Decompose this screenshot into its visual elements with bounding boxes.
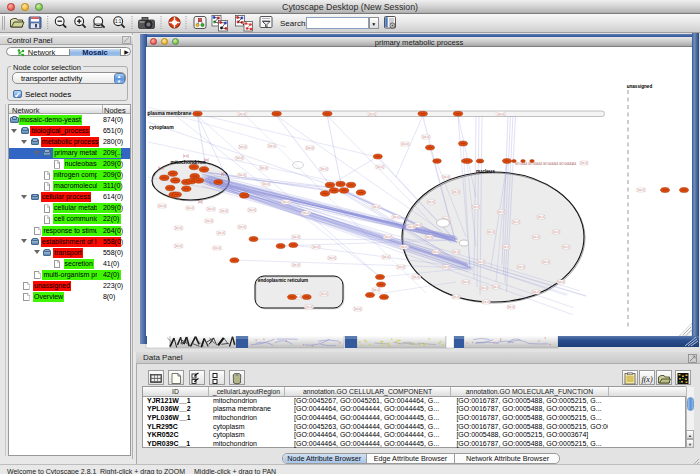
svg-text:[xx-x]: [xx-x] bbox=[532, 290, 539, 294]
svg-text:[xx-x]: [xx-x] bbox=[282, 200, 289, 204]
svg-text:[xx-x]: [xx-x] bbox=[239, 145, 246, 149]
svg-text:[xx-x]: [xx-x] bbox=[384, 235, 391, 239]
svg-text:[xx-x]: [xx-x] bbox=[497, 210, 504, 214]
svg-text:[xx-x]: [xx-x] bbox=[238, 173, 245, 177]
svg-text:[x-x]: [x-x] bbox=[183, 154, 189, 158]
svg-text:[xx-x]: [xx-x] bbox=[260, 166, 267, 170]
svg-text:[xx-x]: [xx-x] bbox=[392, 215, 399, 219]
svg-text:[xx-x]: [xx-x] bbox=[213, 246, 220, 250]
svg-text:[xx-x]: [xx-x] bbox=[382, 255, 389, 259]
svg-text:[xx-x]: [xx-x] bbox=[158, 204, 165, 208]
svg-text:[xx-x]: [xx-x] bbox=[502, 245, 509, 249]
svg-text:[xx-x]: [xx-x] bbox=[328, 256, 335, 260]
svg-text:[xx-x]: [xx-x] bbox=[400, 245, 407, 249]
svg-text:[xx-x]: [xx-x] bbox=[220, 209, 227, 213]
svg-text:[xx-x]: [xx-x] bbox=[512, 220, 519, 224]
svg-text:[xx-x]: [xx-x] bbox=[372, 288, 379, 292]
svg-text:[xx-x]: [xx-x] bbox=[414, 223, 421, 227]
svg-text:[xx-x]: [xx-x] bbox=[292, 263, 299, 267]
svg-text:[xx-x]: [xx-x] bbox=[292, 235, 299, 239]
svg-text:[xx-x]: [xx-x] bbox=[442, 265, 449, 269]
svg-text:[xx-x]: [xx-x] bbox=[507, 305, 514, 309]
svg-text:[xx-x]: [xx-x] bbox=[268, 144, 275, 148]
svg-text:unassigned: unassigned bbox=[626, 84, 652, 89]
svg-text:[xx-x]: [xx-x] bbox=[452, 295, 459, 299]
svg-text:[xx-x]: [xx-x] bbox=[472, 205, 479, 209]
svg-text:[xx-x]: [xx-x] bbox=[320, 167, 327, 171]
svg-text:[xx]: [xx] bbox=[198, 200, 203, 204]
svg-text:[xx-x]: [xx-x] bbox=[562, 245, 569, 249]
svg-text:[xx-x]: [xx-x] bbox=[235, 156, 242, 160]
svg-text:[xx-x]: [xx-x] bbox=[401, 142, 408, 146]
svg-text:[xx-x]: [xx-x] bbox=[248, 208, 255, 212]
svg-text:[xx-x]: [xx-x] bbox=[442, 175, 449, 179]
svg-text:[xx-x]: [xx-x] bbox=[207, 207, 214, 211]
svg-text:[xx-x]: [xx-x] bbox=[174, 226, 181, 230]
svg-text:[xx-x]: [xx-x] bbox=[312, 245, 319, 249]
svg-text:nucleus: nucleus bbox=[476, 168, 495, 174]
svg-text:[xx-x]: [xx-x] bbox=[262, 182, 269, 186]
svg-text:[xx-x]: [xx-x] bbox=[532, 235, 539, 239]
svg-text:[xx-x]: [xx-x] bbox=[637, 188, 644, 192]
svg-text:[x-x]: [x-x] bbox=[158, 166, 164, 170]
svg-text:[xx-x]: [xx-x] bbox=[480, 286, 487, 290]
svg-text:[xx-x]: [xx-x] bbox=[487, 230, 494, 234]
svg-text:[xx-x]: [xx-x] bbox=[372, 205, 379, 209]
svg-text:cytoplasm: cytoplasm bbox=[149, 124, 174, 130]
svg-text:[xx-x]: [xx-x] bbox=[368, 112, 375, 116]
svg-text:[xx-x]: [xx-x] bbox=[542, 260, 549, 264]
svg-text:[xx-x]: [xx-x] bbox=[174, 244, 181, 248]
svg-text:[xx-x]: [xx-x] bbox=[422, 135, 429, 139]
svg-text:[xx-x]: [xx-x] bbox=[552, 230, 559, 234]
svg-text:endoplasmic reticulum: endoplasmic reticulum bbox=[258, 278, 308, 283]
svg-text:[xx-x]: [xx-x] bbox=[205, 219, 212, 223]
svg-text:[xx-x]: [xx-x] bbox=[517, 265, 524, 269]
svg-text:[xx-x]: [xx-x] bbox=[482, 300, 489, 304]
svg-text:[xx-x]: [xx-x] bbox=[306, 146, 313, 150]
svg-text:[xx-x]: [xx-x] bbox=[462, 280, 469, 284]
svg-text:[xx-x]: [xx-x] bbox=[452, 190, 459, 194]
svg-text:[xx-x]: [xx-x] bbox=[217, 231, 224, 235]
svg-text:1:1: 1:1 bbox=[115, 19, 122, 24]
svg-text:[xx-x]: [xx-x] bbox=[397, 265, 404, 269]
svg-text:plasma membrane: plasma membrane bbox=[147, 110, 191, 116]
svg-text:[xx-x]: [xx-x] bbox=[477, 260, 484, 264]
svg-text:[xx-x]: [xx-x] bbox=[238, 112, 245, 116]
svg-text:[xx-x]: [xx-x] bbox=[492, 285, 499, 289]
svg-text:[xx-x]: [xx-x] bbox=[497, 112, 504, 116]
svg-text:[xx-x]: [xx-x] bbox=[320, 292, 327, 296]
svg-text:f(x): f(x) bbox=[641, 375, 652, 384]
svg-text:[xx-x]: [xx-x] bbox=[427, 200, 434, 204]
svg-text:[xx-x]: [xx-x] bbox=[376, 165, 383, 169]
svg-text:[xx-x]: [xx-x] bbox=[452, 250, 459, 254]
svg-text:[xx-x]: [xx-x] bbox=[186, 206, 193, 210]
svg-text:[xx-x]: [xx-x] bbox=[305, 305, 312, 309]
svg-text:[xx-x]: [xx-x] bbox=[580, 161, 587, 165]
svg-text:mitochondrion: mitochondrion bbox=[170, 159, 205, 165]
svg-text:[xx-x]: [xx-x] bbox=[557, 280, 564, 284]
svg-text:[xx-x]: [xx-x] bbox=[302, 211, 309, 215]
svg-text:[xx-x]: [xx-x] bbox=[412, 275, 419, 279]
svg-text:[xx-x]: [xx-x] bbox=[537, 215, 544, 219]
svg-text:[xx-x]: [xx-x] bbox=[425, 235, 432, 239]
svg-text:[xx-x]: [xx-x] bbox=[432, 250, 439, 254]
svg-text:[xx-x]: [xx-x] bbox=[238, 225, 245, 229]
svg-text:[xx-x]: [xx-x] bbox=[354, 307, 361, 311]
svg-text:[x]: [x] bbox=[221, 172, 224, 176]
